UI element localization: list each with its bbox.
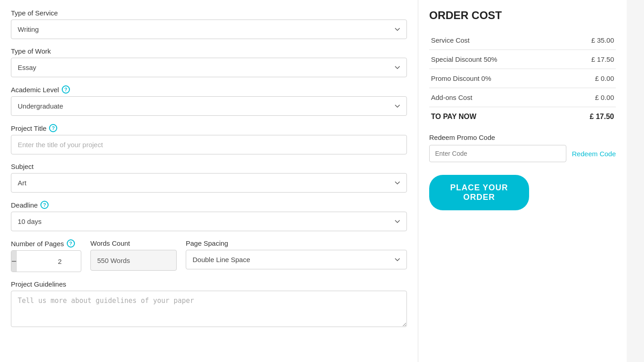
- promo-code-input[interactable]: [429, 145, 566, 162]
- special-discount-row: Special Discount 50% £ 17.50: [429, 50, 616, 69]
- type-of-work-label: Type of Work: [11, 47, 407, 55]
- type-of-service-field: Type of Service Writing Editing Proofrea…: [11, 9, 407, 39]
- to-pay-now-value: £ 17.50: [563, 107, 616, 127]
- redeem-promo-label: Redeem Promo Code: [429, 134, 616, 141]
- service-cost-value: £ 35.00: [563, 31, 616, 50]
- project-title-input[interactable]: [11, 135, 407, 154]
- promo-discount-row: Promo Discount 0% £ 0.00: [429, 69, 616, 88]
- promo-discount-value: £ 0.00: [563, 69, 616, 88]
- cost-table: Service Cost £ 35.00 Special Discount 50…: [429, 31, 616, 126]
- type-of-work-field: Type of Work Essay Research Paper Disser…: [11, 47, 407, 77]
- academic-level-label: Academic Level ?: [11, 85, 407, 94]
- type-of-work-select[interactable]: Essay Research Paper Dissertation: [11, 58, 407, 77]
- subject-field: Subject Art History Science Math: [11, 163, 407, 193]
- addons-cost-value: £ 0.00: [563, 88, 616, 107]
- to-pay-now-label: TO PAY NOW: [429, 107, 563, 127]
- promo-row: Redeem Code: [429, 145, 616, 162]
- words-count-group: Words Count 550 Words: [90, 239, 177, 271]
- project-guidelines-textarea[interactable]: [11, 291, 407, 327]
- words-count-label: Words Count: [90, 239, 177, 247]
- promo-discount-label: Promo Discount 0%: [429, 69, 563, 88]
- type-of-service-label: Type of Service: [11, 9, 407, 17]
- number-of-pages-group: Number of Pages ? − 2 +: [11, 239, 81, 272]
- deadline-field: Deadline ? 10 days 7 days 5 days 3 days …: [11, 201, 407, 231]
- subject-label: Subject: [11, 163, 407, 170]
- order-cost-sidebar: ORDER COST Service Cost £ 35.00 Special …: [418, 0, 627, 362]
- deadline-select[interactable]: 10 days 7 days 5 days 3 days 24 hours: [11, 212, 407, 231]
- project-title-help-icon[interactable]: ?: [49, 124, 57, 132]
- subject-select[interactable]: Art History Science Math: [11, 173, 407, 193]
- page-spacing-select[interactable]: Double Line Space Single Line Space: [186, 250, 407, 269]
- pages-control: − 2 +: [11, 250, 81, 272]
- pages-value-input[interactable]: 2: [17, 258, 81, 265]
- project-guidelines-field: Project Guidelines: [11, 280, 407, 329]
- project-title-field: Project Title ?: [11, 124, 407, 154]
- special-discount-label: Special Discount 50%: [429, 50, 563, 69]
- type-of-service-select[interactable]: Writing Editing Proofreading: [11, 20, 407, 39]
- pages-words-spacing-group: Number of Pages ? − 2 + Words Count 550 …: [11, 239, 407, 272]
- page-spacing-group: Page Spacing Double Line Space Single Li…: [186, 239, 407, 269]
- service-cost-row: Service Cost £ 35.00: [429, 31, 616, 50]
- order-cost-title: ORDER COST: [429, 9, 616, 22]
- service-cost-label: Service Cost: [429, 31, 563, 50]
- pages-help-icon[interactable]: ?: [67, 239, 75, 248]
- academic-level-select[interactable]: Undergraduate Postgraduate PhD: [11, 96, 407, 116]
- redeem-code-link[interactable]: Redeem Code: [572, 150, 616, 158]
- academic-level-help-icon[interactable]: ?: [62, 85, 70, 94]
- pages-row: Number of Pages ? − 2 + Words Count 550 …: [11, 239, 407, 272]
- project-title-label: Project Title ?: [11, 124, 407, 132]
- deadline-help-icon[interactable]: ?: [40, 201, 49, 209]
- page-spacing-label: Page Spacing: [186, 239, 407, 247]
- words-display: 550 Words: [90, 250, 177, 271]
- academic-level-field: Academic Level ? Undergraduate Postgradu…: [11, 85, 407, 116]
- special-discount-value: £ 17.50: [563, 50, 616, 69]
- deadline-label: Deadline ?: [11, 201, 407, 209]
- place-order-button[interactable]: PLACE YOUR ORDER: [429, 175, 529, 210]
- project-guidelines-label: Project Guidelines: [11, 280, 407, 288]
- promo-section: Redeem Promo Code Redeem Code: [429, 134, 616, 162]
- decrement-pages-button[interactable]: −: [11, 251, 17, 272]
- order-form: Type of Service Writing Editing Proofrea…: [0, 0, 418, 362]
- to-pay-now-row: TO PAY NOW £ 17.50: [429, 107, 616, 127]
- addons-cost-row: Add-ons Cost £ 0.00: [429, 88, 616, 107]
- addons-cost-label: Add-ons Cost: [429, 88, 563, 107]
- number-of-pages-label: Number of Pages ?: [11, 239, 81, 248]
